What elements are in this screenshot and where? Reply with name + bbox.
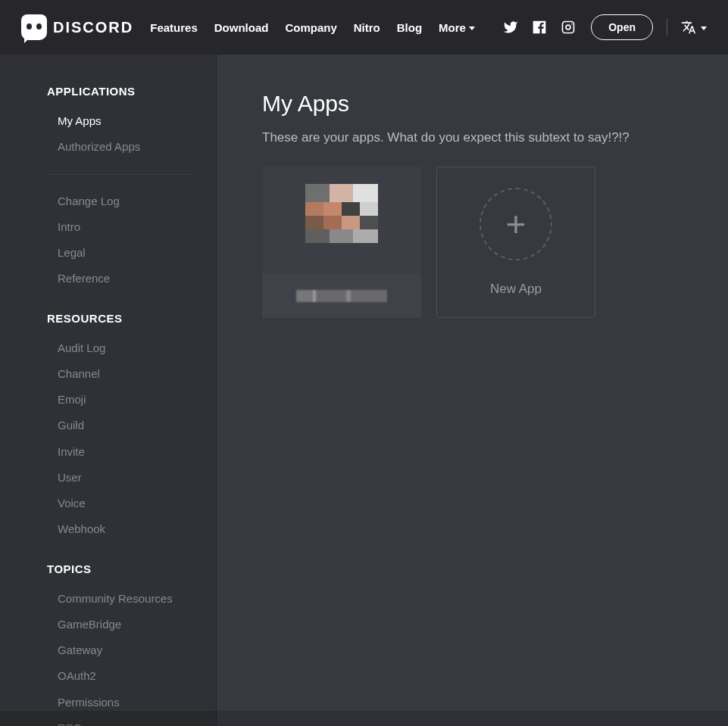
chevron-down-icon — [469, 26, 475, 30]
sidebar-section-title: TOPICS — [0, 562, 216, 575]
social-links — [503, 20, 576, 35]
sidebar-section-title: RESOURCES — [0, 312, 216, 325]
sidebar-item-community-resources[interactable]: Community Resources — [0, 586, 216, 612]
instagram-icon[interactable] — [561, 20, 576, 35]
shell: APPLICATIONSMy AppsAuthorized AppsChange… — [0, 55, 728, 726]
page-title: My Apps — [262, 91, 683, 117]
brand-logo[interactable]: DISCORD — [21, 14, 133, 40]
plus-icon: + — [480, 188, 552, 260]
sidebar-item-reference[interactable]: Reference — [0, 266, 216, 291]
facebook-icon[interactable] — [532, 20, 547, 35]
nav-link-company[interactable]: Company — [285, 21, 336, 34]
page-subtext: These are your apps. What do you expect … — [262, 130, 683, 145]
sidebar-item-webhook[interactable]: Webhook — [0, 516, 216, 542]
sidebar-item-voice[interactable]: Voice — [0, 491, 216, 516]
sidebar-item-emoji[interactable]: Emoji — [0, 387, 216, 413]
open-button[interactable]: Open — [591, 14, 653, 40]
sidebar-item-authorized-apps[interactable]: Authorized Apps — [0, 134, 216, 160]
sidebar-divider — [47, 174, 193, 175]
sidebar-item-intro[interactable]: Intro — [0, 214, 216, 240]
top-nav: DISCORD Features Download Company Nitro … — [0, 0, 728, 55]
app-name-blurred — [296, 290, 387, 302]
nav-link-nitro[interactable]: Nitro — [354, 21, 380, 34]
sidebar-item-channel[interactable]: Channel — [0, 361, 216, 387]
sidebar-item-audit-log[interactable]: Audit Log — [0, 335, 216, 361]
nav-link-blog[interactable]: Blog — [397, 21, 422, 34]
nav-link-more-label: More — [439, 21, 466, 34]
new-app-label: New App — [490, 282, 542, 297]
sidebar-section-title: APPLICATIONS — [0, 85, 216, 98]
nav-divider — [667, 19, 667, 36]
sidebar-item-my-apps[interactable]: My Apps — [0, 108, 216, 134]
content-area: My Apps These are your apps. What do you… — [217, 55, 728, 726]
bottom-strip — [0, 711, 728, 726]
brand-word: DISCORD — [53, 19, 133, 36]
sidebar[interactable]: APPLICATIONSMy AppsAuthorized AppsChange… — [0, 55, 217, 726]
translate-icon — [681, 20, 696, 35]
sidebar-item-oauth2[interactable]: OAuth2 — [0, 663, 216, 689]
sidebar-item-legal[interactable]: Legal — [0, 240, 216, 266]
nav-link-download[interactable]: Download — [214, 21, 269, 34]
discord-icon — [21, 14, 47, 40]
app-card-image — [262, 167, 421, 274]
sidebar-item-guild[interactable]: Guild — [0, 413, 216, 438]
sidebar-item-change-log[interactable]: Change Log — [0, 189, 216, 214]
sidebar-item-gateway[interactable]: Gateway — [0, 637, 216, 663]
app-card[interactable] — [262, 167, 421, 318]
app-card-label — [262, 274, 421, 318]
app-avatar-blurred — [305, 184, 378, 257]
nav-links: Features Download Company Nitro Blog Mor… — [150, 21, 475, 34]
chevron-down-icon — [701, 26, 707, 30]
nav-link-features[interactable]: Features — [150, 21, 198, 34]
twitter-icon[interactable] — [503, 20, 518, 35]
sidebar-item-invite[interactable]: Invite — [0, 439, 216, 465]
language-switch[interactable] — [681, 20, 707, 35]
nav-link-more[interactable]: More — [439, 21, 475, 34]
sidebar-item-user[interactable]: User — [0, 465, 216, 491]
sidebar-item-gamebridge[interactable]: GameBridge — [0, 612, 216, 637]
app-cards: + New App — [262, 167, 683, 318]
new-app-card[interactable]: + New App — [436, 167, 595, 318]
